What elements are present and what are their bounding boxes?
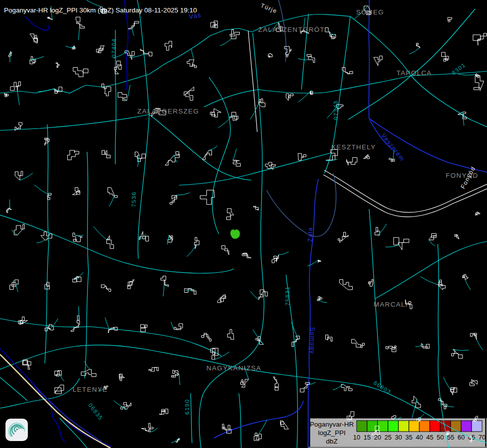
village-outline: [73, 233, 83, 242]
legend-product-name: logZ_PPI: [318, 429, 346, 437]
legend-cell-40-45: [419, 421, 430, 432]
map-line: [179, 153, 331, 185]
map-line: [409, 47, 420, 54]
map-line: [350, 16, 411, 76]
village-outline: [471, 334, 477, 339]
map-line: [85, 0, 102, 7]
road-number-label: 8301: [451, 62, 467, 76]
road-number-label: 75831: [285, 286, 291, 306]
map-line: [50, 319, 58, 330]
village-outline: [22, 360, 31, 369]
village-outline: [15, 171, 22, 180]
village-outline: [448, 17, 452, 22]
village-outline: [119, 374, 125, 381]
road-number-label: 06835: [87, 402, 104, 422]
village-outline: [273, 377, 279, 390]
village-outline: [159, 409, 168, 415]
village-outline: [14, 224, 25, 235]
map-line: [420, 277, 438, 285]
map-line: [186, 290, 195, 291]
radar-screenshot: Poganyvar-HR logZ_PPI dbZ 10152025303540…: [0, 0, 487, 448]
village-outline: [73, 68, 88, 77]
village-outline: [45, 138, 50, 146]
map-line: [79, 306, 80, 325]
map-line: [465, 280, 471, 290]
town-label: NAGYKANIZSA: [206, 364, 261, 372]
village-outline: [341, 384, 352, 391]
village-outline: [242, 253, 251, 258]
village-outline: [474, 76, 484, 91]
village-outline: [233, 160, 240, 166]
village-outline: [174, 324, 183, 330]
village-outline: [318, 260, 321, 262]
village-outline: [226, 209, 234, 220]
map-title: Poganyvar-HR logZ_PPI 30km (dbZ) Saturda…: [4, 6, 197, 14]
village-outline: [438, 399, 447, 409]
legend-tick-label: 25: [385, 434, 391, 441]
village-outline: [222, 246, 229, 255]
legend-cell-55-60: [451, 421, 461, 432]
village-outline: [292, 336, 299, 346]
village-outline: [286, 94, 293, 101]
road-number-label: 66803: [373, 380, 392, 396]
town-label: LETENYE: [73, 386, 108, 393]
village-outline: [4, 94, 8, 97]
road-number-label: 6190: [184, 399, 190, 415]
village-outline: [210, 348, 218, 359]
legend-tick-label: 70: [479, 434, 486, 441]
village-outline: [73, 276, 81, 282]
legend-cell-25-30: [388, 421, 398, 432]
village-outline: [30, 56, 36, 64]
village-outline: [455, 234, 459, 239]
map-line: [191, 393, 192, 443]
village-outline: [71, 316, 80, 332]
map-line: [233, 149, 236, 160]
map-line: [174, 155, 177, 162]
map-line: [15, 280, 18, 292]
map-line: [17, 91, 19, 105]
village-outline: [108, 188, 117, 198]
village-outline: [393, 237, 409, 250]
village-outline: [55, 385, 64, 394]
village-outline: [317, 297, 322, 301]
map-line: [0, 319, 221, 356]
legend-tick-label: 15: [364, 434, 371, 441]
map-line: [386, 245, 399, 247]
village-outline: [118, 93, 127, 101]
legend-tick-label: 50: [437, 434, 444, 441]
village-outline: [281, 421, 289, 429]
map-line: [105, 318, 109, 330]
village-outline: [201, 333, 211, 341]
village-outline: [326, 335, 333, 341]
village-outline: [97, 46, 104, 53]
village-outline: [229, 112, 238, 120]
map-line: [85, 152, 89, 378]
town-label: TAPOLCA: [396, 69, 432, 77]
legend-unit-label: dbZ: [326, 438, 337, 445]
map-line: [79, 25, 80, 40]
map-line: [248, 31, 257, 132]
map-line: [149, 114, 251, 180]
village-outline: [128, 21, 139, 29]
village-outline: [161, 276, 169, 287]
town-label: SÜMEG: [356, 8, 384, 16]
map-line: [239, 393, 241, 448]
map-line: [20, 173, 33, 181]
village-outline: [187, 60, 196, 68]
map-line: [177, 193, 190, 195]
village-outline: [30, 34, 38, 43]
map-line: [171, 322, 174, 330]
map-line: [301, 14, 308, 90]
village-outline: [140, 325, 147, 332]
map-line: [259, 420, 267, 434]
road-number-label: 7536: [131, 191, 137, 207]
map-line: [30, 56, 44, 60]
village-outline: [369, 279, 374, 286]
village-outlines-layer: [4, 0, 487, 443]
map-line: [214, 401, 303, 438]
legend-cell-65-70: [472, 421, 482, 432]
map-line: [411, 76, 487, 127]
road-number-label: 07343: [333, 101, 339, 120]
village-outline: [185, 289, 196, 295]
map-line: [0, 215, 234, 273]
